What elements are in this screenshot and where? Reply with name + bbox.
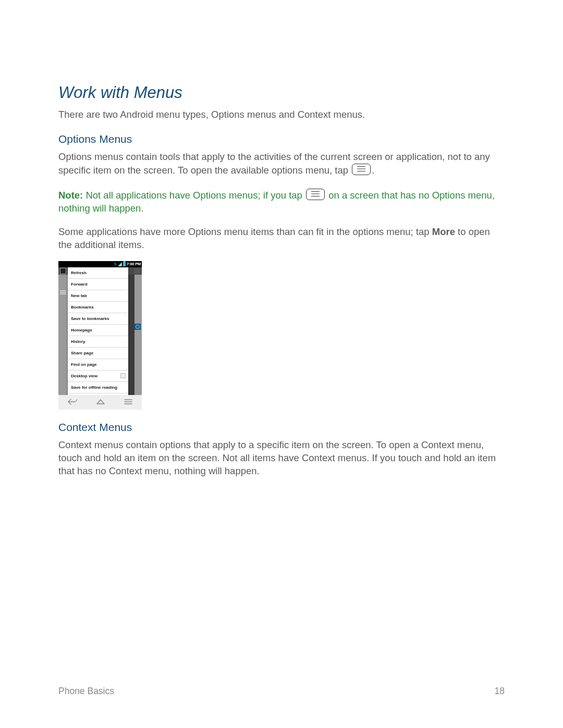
phone-status-bar: ⇅ 7:00 PM xyxy=(58,261,142,267)
footer-section-name: Phone Basics xyxy=(58,686,114,697)
signal-icon xyxy=(118,262,122,266)
menu-item-forward: Forward xyxy=(68,279,128,290)
window-icon xyxy=(60,268,66,274)
options-menus-heading: Options Menus xyxy=(58,133,505,145)
options-note: Note: Not all applications have Options … xyxy=(58,189,505,215)
menu-item-desktop-view-label: Desktop view xyxy=(71,374,97,378)
phone-right-chrome xyxy=(134,275,142,395)
menu-item-save-bookmarks: Save to bookmarks xyxy=(68,313,128,325)
menu-item-desktop-view: Desktop view xyxy=(68,371,128,382)
menu-item-find-on-page: Find on page xyxy=(68,359,128,371)
menu-item-save-offline: Save for offline reading xyxy=(68,382,128,393)
menu-item-bookmarks: Bookmarks xyxy=(68,302,128,313)
home-icon xyxy=(96,399,105,406)
note-text-a: Not all applications have Options menus;… xyxy=(83,190,305,201)
search-button xyxy=(134,324,141,330)
phone-left-chrome xyxy=(58,275,68,395)
more-text-a: Some applications have more Options menu… xyxy=(58,226,432,237)
menu-item-new-tab: New tab xyxy=(68,290,128,302)
intro-paragraph: There are two Android menu types, Option… xyxy=(58,108,505,121)
menu-item-share-page: Share page xyxy=(68,348,128,359)
tabs-icon xyxy=(134,268,140,274)
options-more-paragraph: Some applications have more Options menu… xyxy=(58,226,505,252)
menu-item-refresh: Refresh xyxy=(68,267,128,279)
back-icon xyxy=(68,399,77,406)
example-screenshot: ⇅ 7:00 PM Refresh Forward New tab Bookma… xyxy=(58,261,142,410)
checkbox-icon xyxy=(120,373,126,378)
context-menus-heading: Context Menus xyxy=(58,421,505,434)
phone-nav-bar xyxy=(58,395,142,410)
menu-item-history: History xyxy=(68,336,128,348)
document-page: Work with Menus There are two Android me… xyxy=(0,0,563,728)
network-icon: ⇅ xyxy=(114,262,117,266)
note-label: Note: xyxy=(58,190,83,201)
battery-icon xyxy=(123,262,126,266)
menu-key-icon xyxy=(306,189,325,200)
status-time: 7:00 PM xyxy=(127,262,141,266)
menu-item-homepage: Homepage xyxy=(68,325,128,336)
menu-icon xyxy=(124,399,132,406)
page-title: Work with Menus xyxy=(58,83,505,102)
footer-page-number: 18 xyxy=(495,686,505,697)
more-bold: More xyxy=(432,226,455,237)
options-menu-popup: Refresh Forward New tab Bookmarks Save t… xyxy=(68,267,128,401)
page-footer: Phone Basics 18 xyxy=(58,686,505,697)
options-desc-part1: Options menus contain tools that apply t… xyxy=(58,151,490,176)
options-desc-part2: . xyxy=(372,165,374,176)
menu-key-icon xyxy=(352,164,371,175)
options-menus-desc: Options menus contain tools that apply t… xyxy=(58,151,505,177)
context-menus-desc: Context menus contain options that apply… xyxy=(58,439,505,478)
